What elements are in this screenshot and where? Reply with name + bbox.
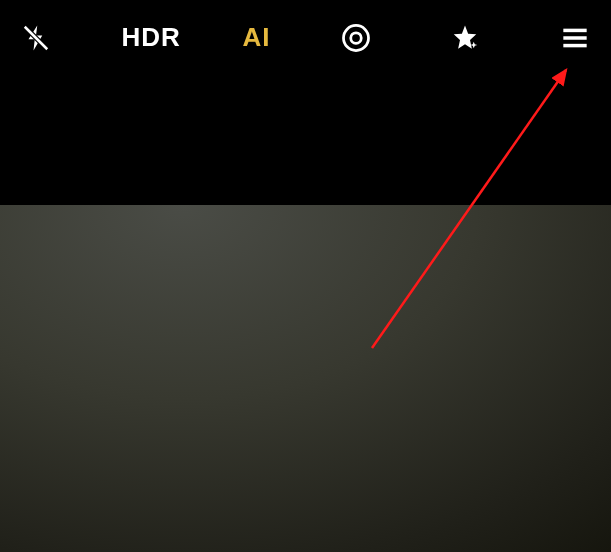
menu-button[interactable] (551, 14, 599, 62)
camera-top-toolbar: HDR AI (0, 0, 611, 75)
ai-toggle[interactable]: AI (242, 14, 270, 62)
motion-photo-icon (341, 23, 371, 53)
svg-point-3 (351, 32, 362, 43)
flash-off-icon (21, 23, 51, 53)
svg-rect-6 (563, 43, 586, 47)
ai-label: AI (242, 22, 270, 53)
hdr-toggle[interactable]: HDR (122, 14, 181, 62)
flash-toggle[interactable] (12, 14, 60, 62)
effects-button[interactable] (441, 14, 489, 62)
hdr-label: HDR (122, 22, 181, 53)
hamburger-menu-icon (561, 24, 589, 52)
magic-star-icon (450, 23, 480, 53)
camera-viewfinder[interactable] (0, 205, 611, 552)
svg-rect-4 (563, 28, 586, 32)
motion-photo-toggle[interactable] (332, 14, 380, 62)
svg-rect-5 (563, 36, 586, 40)
svg-point-2 (343, 25, 368, 50)
